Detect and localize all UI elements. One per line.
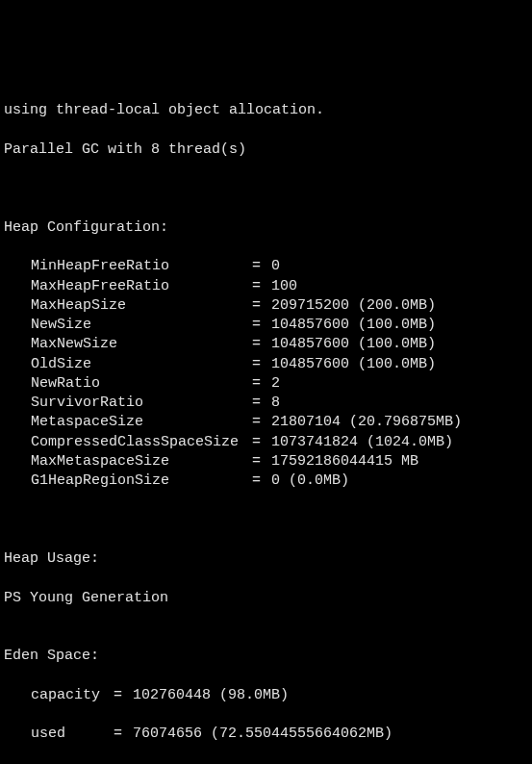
config-key: CompressedClassSpaceSize [31, 433, 252, 452]
config-row: NewRatio=2 [4, 374, 528, 394]
config-value: 104857600 (100.0MB) [271, 316, 436, 335]
config-key: MaxHeapSize [31, 296, 252, 316]
config-value: 209715200 (200.0MB) [271, 296, 436, 316]
blank-line [4, 179, 528, 198]
eden-used-value: 76074656 (72.55044555664062MB) [133, 725, 393, 744]
config-row: MaxNewSize=104857600 (100.0MB) [4, 335, 528, 354]
config-row: OldSize=104857600 (100.0MB) [4, 355, 528, 374]
config-value: 104857600 (100.0MB) [271, 335, 436, 354]
heap-config-title: Heap Configuration: [4, 218, 528, 238]
equals: = [252, 394, 271, 413]
equals: = [252, 277, 271, 296]
config-key: G1HeapRegionSize [31, 471, 252, 491]
equals: = [114, 686, 133, 705]
config-row: MaxMetaspaceSize=17592186044415 MB [4, 452, 528, 471]
config-row: MinHeapFreeRatio=0 [4, 257, 528, 276]
eden-used: used=76074656 (72.55044555664062MB) [4, 725, 528, 744]
eden-title: Eden Space: [4, 647, 528, 666]
header-line-1: using thread-local object allocation. [4, 101, 528, 120]
config-row: MetaspaceSize=21807104 (20.796875MB) [4, 413, 528, 432]
config-value: 104857600 (100.0MB) [271, 355, 436, 374]
config-key: NewRatio [31, 374, 252, 394]
config-row: CompressedClassSpaceSize=1073741824 (102… [4, 433, 528, 452]
config-value: 0 [271, 257, 280, 276]
capacity-label: capacity [31, 686, 114, 705]
config-value: 8 [271, 394, 280, 413]
config-key: MetaspaceSize [31, 413, 252, 432]
used-label: used [31, 725, 114, 744]
config-key: NewSize [31, 316, 252, 335]
equals: = [252, 355, 271, 374]
eden-capacity: capacity=102760448 (98.0MB) [4, 686, 528, 705]
blank-line [4, 511, 528, 530]
config-row: SurvivorRatio=8 [4, 394, 528, 413]
equals: = [114, 725, 133, 744]
config-key: SurvivorRatio [31, 394, 252, 413]
equals: = [252, 335, 271, 354]
config-key: MinHeapFreeRatio [31, 257, 252, 276]
eden-capacity-value: 102760448 (98.0MB) [133, 686, 289, 705]
terminal-output: using thread-local object allocation. Pa… [4, 82, 528, 764]
equals: = [252, 452, 271, 471]
equals: = [252, 374, 271, 394]
config-row: NewSize=104857600 (100.0MB) [4, 316, 528, 335]
config-value: 2 [271, 374, 280, 394]
config-key: OldSize [31, 355, 252, 374]
config-value: 21807104 (20.796875MB) [271, 413, 462, 432]
header-line-2: Parallel GC with 8 thread(s) [4, 140, 528, 160]
equals: = [252, 433, 271, 452]
config-row: MaxHeapFreeRatio=100 [4, 277, 528, 296]
equals: = [252, 471, 271, 491]
config-key: MaxMetaspaceSize [31, 452, 252, 471]
config-row: G1HeapRegionSize=0 (0.0MB) [4, 471, 528, 491]
young-gen-title: PS Young Generation [4, 589, 528, 608]
equals: = [252, 316, 271, 335]
equals: = [252, 296, 271, 316]
config-value: 17592186044415 MB [271, 452, 418, 471]
config-value: 0 (0.0MB) [271, 471, 349, 491]
config-value: 100 [271, 277, 297, 296]
equals: = [252, 257, 271, 276]
config-key: MaxHeapFreeRatio [31, 277, 252, 296]
equals: = [252, 413, 271, 432]
config-row: MaxHeapSize=209715200 (200.0MB) [4, 296, 528, 316]
heap-usage-title: Heap Usage: [4, 549, 528, 569]
config-key: MaxNewSize [31, 335, 252, 354]
config-value: 1073741824 (1024.0MB) [271, 433, 453, 452]
